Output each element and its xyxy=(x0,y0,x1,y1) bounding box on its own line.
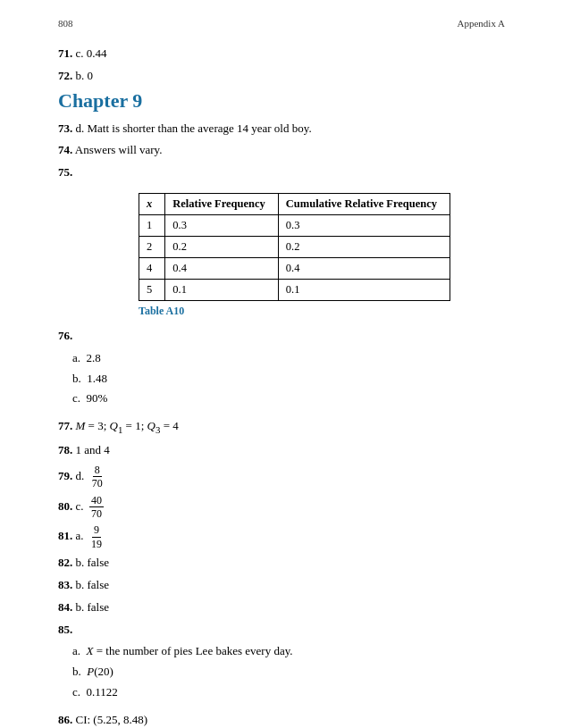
fraction-80: 40 70 xyxy=(89,494,104,521)
fraction-79: 8 70 xyxy=(90,464,105,490)
answer-85b: b. P(20) xyxy=(72,663,505,682)
answer-85c: c. 0.1122 xyxy=(72,683,505,702)
answer-79: 79. d. 8 70 xyxy=(58,464,505,490)
table-cell: 0.3 xyxy=(278,214,450,236)
table-header-row: x Relative Frequency Cumulative Relative… xyxy=(139,193,450,214)
table-container: x Relative Frequency Cumulative Relative… xyxy=(139,193,505,318)
answer-76: 76. xyxy=(58,327,505,346)
col-x: x xyxy=(139,193,165,214)
table-cell: 2 xyxy=(139,236,165,257)
answer-84: 84. b. false xyxy=(58,598,505,617)
table-cell: 5 xyxy=(139,279,165,300)
table-cell: 0.2 xyxy=(165,236,279,257)
frequency-table: x Relative Frequency Cumulative Relative… xyxy=(139,193,450,301)
answer-80: 80. c. 40 70 xyxy=(58,494,505,521)
answer-77: 77. M = 3; Q1 = 1; Q3 = 4 xyxy=(58,417,505,438)
answer-73: 73. d. Matt is shorter than the average … xyxy=(58,120,505,138)
table-row: 20.20.2 xyxy=(139,236,450,257)
answer-83: 83. b. false xyxy=(58,576,505,595)
answer-81: 81. a. 9 19 xyxy=(58,523,505,550)
table-cell: 0.3 xyxy=(165,214,279,236)
table-row: 10.30.3 xyxy=(139,214,450,236)
answer-74: 74. Answers will vary. xyxy=(58,141,505,160)
page-container: 808 Appendix A 71. c. 0.44 72. b. 0 Chap… xyxy=(0,0,563,728)
answer-85a: a. X = the number of pies Lee bakes ever… xyxy=(72,642,505,661)
page-number-left: 808 xyxy=(58,18,73,29)
table-cell: 0.2 xyxy=(278,236,450,257)
page-header: 808 Appendix A xyxy=(58,18,505,29)
answer-78: 78. 1 and 4 xyxy=(58,441,505,460)
page-number-right: Appendix A xyxy=(458,18,505,29)
chapter-heading: Chapter 9 xyxy=(58,89,505,113)
answer-82: 82. b. false xyxy=(58,554,505,573)
answer-72: 72. b. 0 xyxy=(58,67,505,86)
fraction-81: 9 19 xyxy=(89,523,104,550)
table-cell: 0.4 xyxy=(165,257,279,279)
table-row: 40.40.4 xyxy=(139,257,450,279)
answer-76b: b. 1.48 xyxy=(72,370,505,389)
answer-76a: a. 2.8 xyxy=(72,349,505,368)
table-row: 50.10.1 xyxy=(139,279,450,300)
table-caption: Table A10 xyxy=(139,305,505,318)
answer-85: 85. xyxy=(58,621,505,640)
col-cum-rel-freq: Cumulative Relative Frequency xyxy=(278,193,450,214)
answer-71: 71. c. 0.44 xyxy=(58,45,505,63)
table-cell: 0.1 xyxy=(278,279,450,300)
table-cell: 4 xyxy=(139,257,165,279)
table-cell: 0.1 xyxy=(165,279,279,300)
answer-76c: c. 90% xyxy=(72,389,505,408)
col-rel-freq: Relative Frequency xyxy=(165,193,279,214)
table-cell: 1 xyxy=(139,214,165,236)
table-cell: 0.4 xyxy=(278,257,450,279)
answer-86: 86. CI: (5.25, 8.48) xyxy=(58,711,505,728)
answer-75: 75. xyxy=(58,163,505,182)
